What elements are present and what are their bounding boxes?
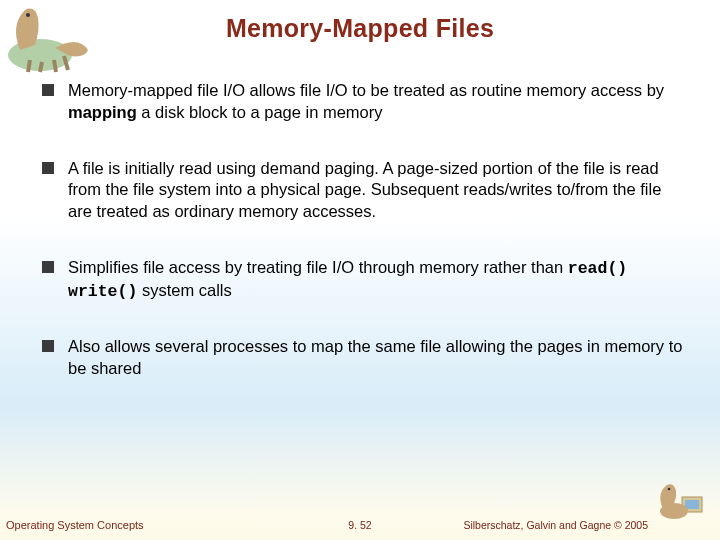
slide-title: Memory-Mapped Files [0,0,720,43]
bullet-item: Also allows several processes to map the… [42,336,688,380]
bullet-square-icon [42,340,54,352]
bullet-text: Memory-mapped file I/O allows file I/O t… [68,80,688,124]
bullet-item: Simplifies file access by treating file … [42,257,688,303]
footer-copyright: Silberschatz, Galvin and Gagne © 2005 [463,519,648,531]
svg-rect-3 [685,500,699,509]
bullet-square-icon [42,84,54,96]
bullet-square-icon [42,261,54,273]
svg-point-1 [26,13,30,17]
bullet-text: A file is initially read using demand pa… [68,158,688,223]
slide-content: Memory-mapped file I/O allows file I/O t… [42,80,688,414]
dinosaur-illustration-top-left [0,0,95,75]
bullet-square-icon [42,162,54,174]
footer-page-number: 9. 52 [348,519,371,531]
bullet-text: Simplifies file access by treating file … [68,257,688,303]
bullet-item: Memory-mapped file I/O allows file I/O t… [42,80,688,124]
slide-footer: Operating System Concepts 9. 52 Silbersc… [0,516,720,534]
bullet-text: Also allows several processes to map the… [68,336,688,380]
footer-left-text: Operating System Concepts [6,519,144,531]
svg-point-5 [668,488,671,491]
bullet-item: A file is initially read using demand pa… [42,158,688,223]
